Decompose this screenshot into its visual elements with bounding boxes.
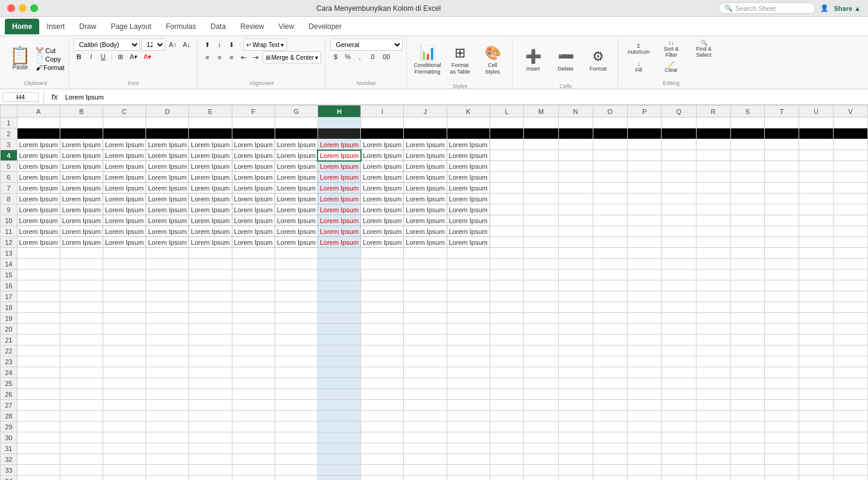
- cell-J5[interactable]: Lorem Ipsum: [404, 161, 447, 172]
- cell-Q16[interactable]: [662, 280, 696, 291]
- cell-J1[interactable]: [404, 118, 447, 128]
- cell-T18[interactable]: [765, 302, 799, 313]
- cell-T9[interactable]: [765, 204, 799, 215]
- cell-G20[interactable]: [275, 324, 318, 335]
- cell-I5[interactable]: Lorem Ipsum: [361, 161, 404, 172]
- cell-J6[interactable]: Lorem Ipsum: [404, 172, 447, 183]
- cell-N22[interactable]: [558, 346, 593, 356]
- cell-N19[interactable]: [558, 313, 593, 324]
- cell-Q6[interactable]: [662, 172, 696, 183]
- col-header-F[interactable]: F: [232, 106, 275, 118]
- cell-D1[interactable]: [146, 118, 189, 128]
- cell-J16[interactable]: [404, 280, 447, 291]
- cell-D25[interactable]: [146, 378, 189, 389]
- cell-H30[interactable]: [318, 432, 360, 443]
- cell-T3[interactable]: [765, 139, 799, 150]
- cell-B15[interactable]: [60, 270, 103, 280]
- cell-F33[interactable]: [232, 465, 275, 476]
- cell-L9[interactable]: [490, 204, 524, 215]
- cell-J30[interactable]: [404, 432, 447, 443]
- cell-Q24[interactable]: [662, 367, 696, 378]
- cell-L33[interactable]: [490, 465, 524, 476]
- row-num-26[interactable]: 26: [1, 389, 18, 400]
- cell-T7[interactable]: [765, 183, 799, 194]
- cell-S28[interactable]: [730, 411, 765, 422]
- cell-S8[interactable]: [730, 194, 765, 204]
- cell-A29[interactable]: [17, 422, 60, 432]
- cell-G19[interactable]: [275, 313, 318, 324]
- cell-P27[interactable]: [627, 400, 662, 411]
- cell-A17[interactable]: [17, 291, 60, 302]
- col-header-U[interactable]: U: [799, 106, 834, 118]
- cell-A6[interactable]: Lorem Ipsum: [17, 172, 60, 183]
- cell-R5[interactable]: [696, 161, 730, 172]
- cell-V3[interactable]: [834, 139, 868, 150]
- cell-R34[interactable]: [696, 476, 730, 481]
- cell-D18[interactable]: [146, 302, 189, 313]
- cell-O14[interactable]: [593, 259, 627, 270]
- comma-button[interactable]: ,: [354, 51, 365, 62]
- cell-F20[interactable]: [232, 324, 275, 335]
- row-num-3[interactable]: 3: [1, 139, 18, 150]
- cell-O32[interactable]: [593, 454, 627, 465]
- decrease-decimal-button[interactable]: .0: [366, 51, 377, 62]
- cell-U12[interactable]: [799, 237, 834, 248]
- cell-M18[interactable]: [524, 302, 558, 313]
- tab-view[interactable]: View: [272, 19, 302, 34]
- cell-A28[interactable]: [17, 411, 60, 422]
- cell-O31[interactable]: [593, 443, 627, 454]
- cell-G3[interactable]: Lorem Ipsum: [275, 139, 318, 150]
- cell-J34[interactable]: [404, 476, 447, 481]
- cell-C17[interactable]: [103, 291, 145, 302]
- row-num-34[interactable]: 34: [1, 476, 18, 481]
- align-right-button[interactable]: ≡: [226, 52, 237, 63]
- cell-F11[interactable]: Lorem Ipsum: [232, 226, 275, 237]
- cell-E6[interactable]: Lorem Ipsum: [189, 172, 232, 183]
- row-num-10[interactable]: 10: [1, 215, 18, 226]
- cell-L11[interactable]: [490, 226, 524, 237]
- row-num-8[interactable]: 8: [1, 194, 18, 204]
- cell-P29[interactable]: [627, 422, 662, 432]
- row-num-16[interactable]: 16: [1, 280, 18, 291]
- cell-K2[interactable]: [447, 128, 490, 139]
- cell-F4[interactable]: Lorem Ipsum: [232, 150, 275, 161]
- cell-Q4[interactable]: [662, 150, 696, 161]
- cell-M6[interactable]: [524, 172, 558, 183]
- cell-G23[interactable]: [275, 356, 318, 367]
- row-num-11[interactable]: 11: [1, 226, 18, 237]
- cell-V25[interactable]: [834, 378, 868, 389]
- cell-V32[interactable]: [834, 454, 868, 465]
- cell-V9[interactable]: [834, 204, 868, 215]
- cell-H4[interactable]: Lorem Ipsum: [318, 150, 360, 161]
- col-header-A[interactable]: A: [17, 106, 60, 118]
- cell-P1[interactable]: [627, 118, 662, 128]
- cell-K10[interactable]: Lorem Ipsum: [447, 215, 490, 226]
- cell-U4[interactable]: [799, 150, 834, 161]
- tab-data[interactable]: Data: [203, 19, 233, 34]
- col-header-E[interactable]: E: [189, 106, 232, 118]
- cell-B34[interactable]: [60, 476, 103, 481]
- cell-K12[interactable]: Lorem Ipsum: [447, 237, 490, 248]
- cell-S30[interactable]: [730, 432, 765, 443]
- cell-A11[interactable]: Lorem Ipsum: [17, 226, 60, 237]
- cell-Q15[interactable]: [662, 270, 696, 280]
- cell-U25[interactable]: [799, 378, 834, 389]
- cell-I31[interactable]: [361, 443, 404, 454]
- cell-B27[interactable]: [60, 400, 103, 411]
- font-selector[interactable]: Calibri (Body): [74, 39, 140, 51]
- cell-L34[interactable]: [490, 476, 524, 481]
- cell-L12[interactable]: [490, 237, 524, 248]
- cell-G30[interactable]: [275, 432, 318, 443]
- cell-G8[interactable]: Lorem Ipsum: [275, 194, 318, 204]
- cell-K18[interactable]: [447, 302, 490, 313]
- cell-O3[interactable]: [593, 139, 627, 150]
- cell-V7[interactable]: [834, 183, 868, 194]
- cell-S4[interactable]: [730, 150, 765, 161]
- cell-S27[interactable]: [730, 400, 765, 411]
- cell-M28[interactable]: [524, 411, 558, 422]
- cell-C26[interactable]: [103, 389, 145, 400]
- percent-button[interactable]: %: [342, 51, 353, 62]
- cell-C29[interactable]: [103, 422, 145, 432]
- col-header-H[interactable]: H: [318, 106, 360, 118]
- autosum-button[interactable]: Σ AutoSum: [623, 42, 654, 56]
